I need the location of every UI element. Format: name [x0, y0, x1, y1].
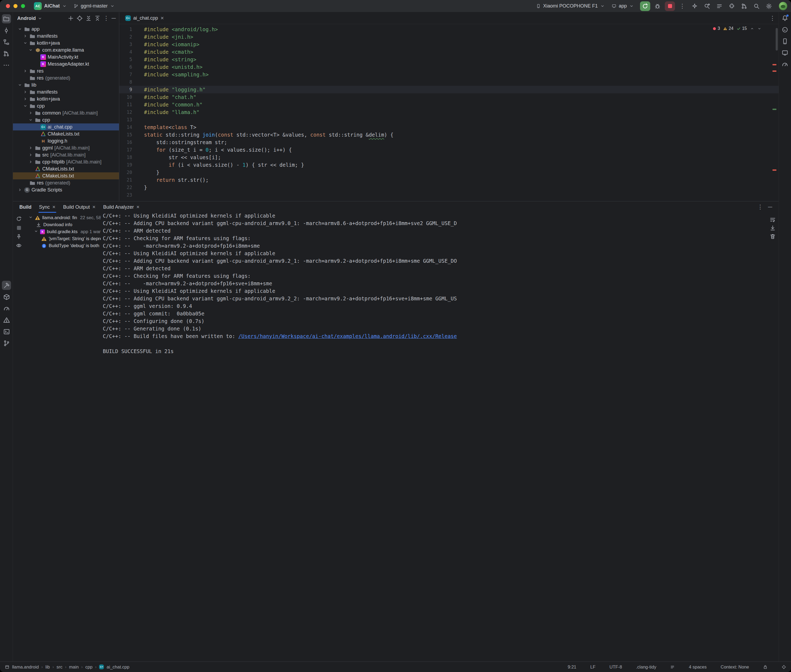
inspections-widget[interactable]: 3 24 15 [712, 26, 762, 31]
chevron-right-icon[interactable] [22, 34, 28, 39]
close-window-button[interactable] [6, 4, 10, 8]
file-encoding[interactable]: UTF-8 [610, 664, 622, 670]
chevron-down-icon[interactable] [17, 82, 22, 88]
debug-button[interactable] [652, 2, 663, 11]
code-line-10[interactable]: 10#include "chat.h" [119, 93, 779, 101]
tree-item-manifests[interactable]: manifests [13, 88, 119, 96]
breadcrumb-item[interactable]: src [56, 664, 63, 670]
code-line-8[interactable]: 8 [119, 78, 779, 86]
code-line-15[interactable]: 15static std::string join(const std::vec… [119, 131, 779, 139]
chevron-right-icon[interactable] [28, 159, 34, 165]
tree-item-res[interactable]: res (generated) [13, 75, 119, 82]
settings-button[interactable] [764, 2, 774, 11]
more-run-actions-button[interactable]: ⋮ [677, 2, 687, 11]
search-actions-button[interactable] [702, 2, 712, 11]
branch-widget[interactable]: ggml-master [71, 2, 117, 10]
tree-item-cmakelists-txt[interactable]: CMakeLists.txt [13, 172, 119, 179]
sync-tree-item[interactable]: 'jvmTarget: String' is deprec [25, 235, 101, 242]
code-line-6[interactable]: 6#include <unistd.h> [119, 63, 779, 71]
sync-tree-item[interactable]: Kbuild.gradle.ktsapp 1 warning [25, 228, 101, 235]
code-line-21[interactable]: 21 return str.str(); [119, 176, 779, 184]
build-console[interactable]: C/C++: -- Using KleidiAI optimized kerne… [101, 213, 767, 661]
more-tool-windows-button[interactable] [2, 61, 11, 70]
tree-item-src[interactable]: src [AiChat.lib.main] [13, 151, 119, 158]
code-line-19[interactable]: 19 if (i < values.size() - 1) { str << d… [119, 161, 779, 169]
tree-item-kotlin-java[interactable]: kotlin+java [13, 40, 119, 46]
profiler-tool-button[interactable] [2, 304, 11, 313]
chevron-down-icon[interactable] [28, 117, 34, 123]
tree-item-manifests[interactable]: manifests [13, 32, 119, 40]
task-list-button[interactable] [714, 2, 725, 11]
editor-tab[interactable]: C+ ai_chat.cpp ✕ [122, 12, 167, 24]
hide-panel-icon[interactable]: ─ [768, 204, 772, 210]
build-window-title[interactable]: Build [19, 204, 32, 210]
breadcrumb-item[interactable]: llama.android [12, 664, 39, 670]
problems-tool-button[interactable] [2, 315, 11, 325]
chevron-right-icon[interactable] [22, 96, 28, 102]
breadcrumb-item[interactable]: ai_chat.cpp [107, 664, 129, 670]
tree-item-common[interactable]: common [AiChat.lib.main] [13, 109, 119, 117]
chevron-right-icon[interactable] [28, 145, 34, 150]
code-line-16[interactable]: 16 std::ostringstream str; [119, 139, 779, 146]
breadcrumb-item[interactable]: cpp [85, 664, 93, 670]
pull-requests-tool-button[interactable] [2, 49, 11, 58]
indent-size[interactable]: 4 spaces [689, 664, 706, 670]
add-icon[interactable] [67, 15, 74, 21]
error-stripe-mark[interactable] [772, 64, 777, 66]
device-explorer-tool-button[interactable] [2, 292, 11, 301]
expand-all-icon[interactable] [85, 15, 92, 21]
line-separator[interactable]: LF [590, 664, 595, 670]
project-widget[interactable]: AC AiChat [32, 1, 69, 11]
run-button[interactable] [640, 2, 650, 11]
commit-tool-button[interactable] [2, 26, 11, 35]
editor-scrollbar[interactable] [776, 28, 778, 51]
clear-console-icon[interactable] [770, 233, 776, 240]
device-selector[interactable]: Xiaomi POCOPHONE F1 [534, 2, 607, 10]
sync-tree-item[interactable]: llama.android: fin22 sec, 583 ms [25, 214, 101, 221]
code-line-14[interactable]: 14template<class T> [119, 123, 779, 131]
code-line-13[interactable]: 13 [119, 116, 779, 123]
tree-item-ggml[interactable]: ggml [AiChat.lib.main] [13, 144, 119, 151]
running-devices-tool-button[interactable] [780, 48, 789, 57]
zoom-window-button[interactable] [21, 4, 25, 8]
error-stripe-mark[interactable] [772, 70, 777, 72]
code-line-11[interactable]: 11#include "common.h" [119, 101, 779, 108]
tree-item-cmakelists-txt[interactable]: CMakeLists.txt [13, 165, 119, 172]
code-line-5[interactable]: 5#include <string> [119, 56, 779, 63]
code-line-7[interactable]: 7#include <sampling.h> [119, 71, 779, 78]
tab-build-analyzer[interactable]: Build Analyzer ✕ [103, 202, 140, 213]
chevron-down-icon[interactable] [22, 103, 28, 109]
chevron-down-icon[interactable] [29, 215, 33, 221]
chevron-right-icon[interactable] [17, 187, 22, 192]
breadcrumb-item[interactable]: lib [45, 664, 50, 670]
tab-sync[interactable]: Sync ✕ [39, 202, 56, 213]
share-button[interactable] [739, 2, 749, 11]
notifications-button[interactable] [780, 13, 789, 22]
close-tab-icon[interactable]: ✕ [92, 205, 96, 210]
tree-item-mainactivity-kt[interactable]: KMainActivity.kt [13, 53, 119, 61]
close-tab-icon[interactable]: ✕ [136, 205, 140, 210]
code-line-12[interactable]: 12#include "llama.h" [119, 108, 779, 116]
chevron-down-icon[interactable] [17, 26, 22, 32]
breadcrumb-item[interactable]: main [69, 664, 79, 670]
code-line-3[interactable]: 3#include <iomanip> [119, 41, 779, 48]
chevron-down-icon[interactable] [38, 16, 42, 21]
tab-build-output[interactable]: Build Output ✕ [63, 202, 96, 213]
code-line-22[interactable]: 22} [119, 184, 779, 191]
run-configuration-selector[interactable]: app [609, 2, 636, 10]
code-line-18[interactable]: 18 str << values[i]; [119, 154, 779, 161]
scroll-to-end-icon[interactable] [770, 225, 776, 231]
caret-position[interactable]: 9:21 [568, 664, 576, 670]
tree-item-cpp[interactable]: cpp [13, 117, 119, 123]
build-tool-button[interactable] [2, 281, 11, 290]
sync-tree-item[interactable]: Download info [25, 221, 101, 228]
code-line-17[interactable]: 17 for (size_t i = 0; i < values.size();… [119, 146, 779, 154]
tree-item-cpp[interactable]: cpp [13, 102, 119, 109]
kebab-icon[interactable]: ⋮ [757, 204, 763, 210]
version-control-tool-button[interactable] [2, 339, 11, 348]
chevron-right-icon[interactable] [22, 89, 28, 94]
close-tab-icon[interactable]: ✕ [160, 16, 164, 21]
vcs-stripe-mark[interactable] [772, 109, 777, 110]
chevron-right-icon[interactable] [22, 68, 28, 74]
code-line-20[interactable]: 20 } [119, 169, 779, 176]
